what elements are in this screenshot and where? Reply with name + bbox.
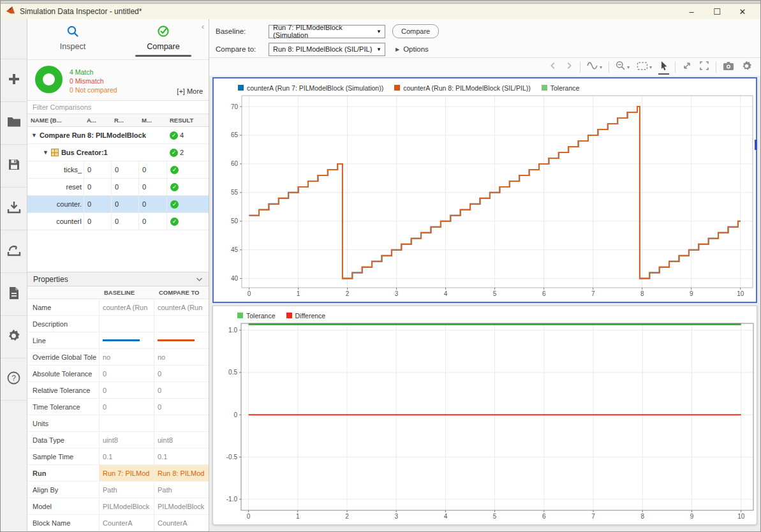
- chevron-down-icon[interactable]: [196, 275, 203, 284]
- property-compare-value: counterA (Run: [154, 299, 209, 315]
- expand-button[interactable]: [681, 59, 693, 75]
- property-baseline-value: Path: [99, 482, 154, 498]
- bottom-chart-card[interactable]: ToleranceDifference 012345678910-1.0-0.5…: [212, 306, 757, 525]
- tab-inspect[interactable]: Inspect: [27, 19, 118, 59]
- settings-button[interactable]: [741, 59, 753, 75]
- x-tick-label: 10: [737, 290, 744, 297]
- close-button[interactable]: ✕: [730, 7, 755, 17]
- signal-name: ticks_: [27, 166, 84, 174]
- property-label: Line: [27, 332, 99, 348]
- property-baseline-value: [99, 415, 154, 431]
- top-chart-legend: counterA (Run 7: PILModelBlock (Simulati…: [214, 78, 756, 94]
- property-compare-value: no: [154, 349, 209, 365]
- property-compare-value: 0.1: [154, 448, 209, 464]
- export-button[interactable]: [1, 230, 27, 272]
- bottom-plot-canvas[interactable]: 012345678910-1.0-0.500.51.0: [213, 321, 757, 524]
- options-caret-icon: ▶: [395, 47, 399, 52]
- property-label: Block Name: [27, 515, 99, 531]
- compare-button[interactable]: Compare: [392, 24, 439, 38]
- zoom-button[interactable]: ▾: [615, 59, 630, 75]
- comparison-table: ▼Compare Run 8: PILModelBlock✓4▼Bus Crea…: [27, 127, 209, 230]
- preferences-button[interactable]: [1, 315, 27, 358]
- minimize-button[interactable]: –: [679, 7, 704, 17]
- property-compare-value: [154, 415, 209, 431]
- property-label: Description: [27, 316, 99, 332]
- next-arrow-button[interactable]: [564, 60, 574, 74]
- property-compare-value: [154, 316, 209, 332]
- x-tick-label: 2: [345, 513, 349, 520]
- legend-label: Difference: [295, 312, 326, 320]
- snapshot-button[interactable]: [722, 60, 735, 75]
- expand-caret-icon[interactable]: ▼: [31, 132, 37, 138]
- filter-comparisons-input[interactable]: [27, 100, 209, 114]
- x-tick-label: 4: [444, 290, 448, 297]
- fullscreen-button[interactable]: [698, 59, 710, 75]
- property-label: Units: [27, 415, 99, 431]
- data-cursor-icon: [587, 61, 598, 73]
- toolbar-separator: [716, 62, 716, 73]
- property-label: Time Tolerance: [27, 399, 99, 415]
- expand-icon: [682, 61, 692, 73]
- report-icon: [8, 286, 20, 302]
- table-group-row[interactable]: ▼Bus Creator:1✓2: [27, 144, 209, 161]
- property-label: Relative Tolerance: [27, 382, 99, 398]
- property-label: Override Global Tole: [27, 349, 99, 365]
- help-button[interactable]: ?: [1, 358, 27, 401]
- prev-arrow-button[interactable]: [548, 60, 558, 74]
- compare-to-dropdown-value: Run 8: PILModelBlock (SIL/PIL): [273, 45, 372, 53]
- property-baseline-value: 0.1: [99, 448, 154, 464]
- line-swatch-baseline: [103, 339, 140, 341]
- property-row: NamecounterA (RuncounterA (Run: [27, 299, 209, 316]
- tab-compare-label: Compare: [147, 42, 179, 51]
- x-tick-label: 10: [737, 513, 745, 520]
- legend-label: Tolerance: [246, 312, 276, 320]
- maximize-button[interactable]: ☐: [704, 7, 730, 17]
- max-diff-value: 0: [138, 179, 166, 195]
- property-row: RunRun 7: PILModRun 8: PILMod: [27, 465, 209, 482]
- line-swatch-compare: [158, 339, 195, 341]
- fit-to-view-button[interactable]: ▾: [636, 60, 653, 75]
- options-expander[interactable]: ▶ Options: [395, 45, 429, 53]
- search-icon: [66, 25, 79, 40]
- legend-item: Difference: [286, 312, 326, 320]
- table-row[interactable]: reset000✓: [27, 179, 209, 196]
- abs-tol-value: 0: [84, 161, 111, 178]
- table-group-row[interactable]: ▼Compare Run 8: PILModelBlock✓4: [27, 127, 209, 144]
- x-tick-label: 0: [248, 290, 251, 297]
- properties-title: Properties: [33, 275, 68, 284]
- x-tick-label: 3: [395, 290, 399, 297]
- expand-caret-icon[interactable]: ▼: [43, 149, 48, 156]
- property-row: Data Typeuint8uint8: [27, 432, 209, 448]
- match-check-badge: ✓: [170, 149, 178, 157]
- collapse-panel-icon[interactable]: ‹: [202, 22, 204, 31]
- add-button[interactable]: [1, 59, 27, 101]
- add-icon: [7, 72, 21, 89]
- property-label: Name: [27, 299, 99, 315]
- top-chart-card[interactable]: counterA (Run 7: PILModelBlock (Simulati…: [212, 77, 757, 303]
- top-plot-canvas[interactable]: 01234567891040455055606570: [214, 94, 756, 302]
- property-baseline-value: [99, 316, 154, 332]
- compare-to-dropdown[interactable]: Run 8: PILModelBlock (SIL/PIL) ▼: [269, 43, 385, 56]
- signal-name: counterI: [27, 218, 84, 225]
- property-label: Absolute Tolerance: [27, 366, 99, 381]
- report-button[interactable]: [1, 272, 27, 315]
- next-arrow-icon: [565, 61, 573, 73]
- property-baseline-value: uint8: [99, 432, 154, 448]
- open-folder-button[interactable]: [1, 101, 27, 144]
- more-link[interactable]: [+] More: [177, 87, 203, 95]
- x-tick-label: 5: [493, 290, 497, 297]
- pointer-button[interactable]: [658, 59, 669, 75]
- table-row[interactable]: counterI000✓: [27, 213, 209, 230]
- table-row[interactable]: counter.000✓: [27, 196, 209, 213]
- x-tick-label: 8: [640, 290, 644, 297]
- x-tick-label: 6: [542, 290, 546, 297]
- table-row[interactable]: ticks_000✓: [27, 161, 209, 179]
- baseline-dropdown[interactable]: Run 7: PILModelBlock (Simulation ▼: [269, 25, 385, 38]
- x-tick-label: 8: [640, 513, 644, 520]
- rel-tol-value: 0: [111, 179, 138, 195]
- rel-tol-value: 0: [111, 213, 138, 230]
- tab-compare[interactable]: Compare: [118, 19, 209, 59]
- import-button[interactable]: [1, 187, 27, 230]
- data-cursor-button[interactable]: ▾: [586, 59, 603, 75]
- save-button[interactable]: [1, 144, 27, 187]
